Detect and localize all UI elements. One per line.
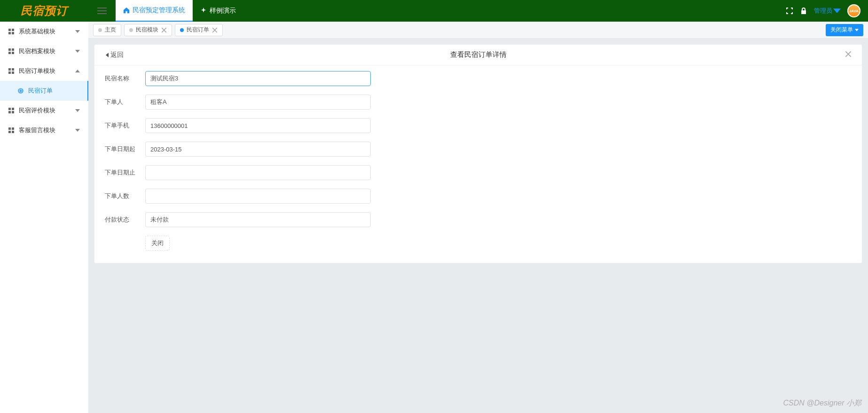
sidebar-item-system-base[interactable]: 系统基础模块 <box>0 22 88 41</box>
tab-dot-icon <box>98 28 102 32</box>
fullscreen-icon[interactable] <box>786 7 793 15</box>
tab-label: 主页 <box>105 26 116 34</box>
name-input[interactable] <box>145 71 371 86</box>
close-icon[interactable] <box>161 27 167 33</box>
tab-label: 民宿订单 <box>187 26 209 34</box>
sidebar-label: 民宿评价模块 <box>19 106 55 115</box>
tab-module[interactable]: 民宿模块 <box>124 24 172 36</box>
form-row-phone: 下单手机 <box>105 118 852 133</box>
form-row-orderer: 下单人 <box>105 95 852 110</box>
sidebar-label: 民宿档案模块 <box>19 47 55 56</box>
sidebar-item-message[interactable]: 客服留言模块 <box>0 120 88 140</box>
grid-icon <box>8 68 14 74</box>
close-icon[interactable] <box>212 27 218 33</box>
chevron-down-icon <box>75 128 80 133</box>
chevron-down-icon <box>75 49 80 54</box>
chevron-left-icon <box>105 53 109 57</box>
form-label: 下单人数 <box>105 192 145 200</box>
chevron-down-icon <box>833 7 841 15</box>
chevron-down-icon <box>75 29 80 34</box>
grid-icon <box>8 127 14 133</box>
lock-icon[interactable] <box>800 7 807 15</box>
globe-icon <box>18 88 23 94</box>
date-start-input[interactable] <box>145 142 371 157</box>
svg-rect-19 <box>12 111 14 113</box>
svg-rect-23 <box>12 131 14 133</box>
form-label: 民宿名称 <box>105 74 145 83</box>
sidebar: 系统基础模块 民宿档案模块 民宿订单模块 民宿订单 民宿评价模块 客服留言模块 <box>0 22 88 413</box>
form-row-date-start: 下单日期起 <box>105 142 852 157</box>
svg-rect-18 <box>8 111 11 113</box>
top-nav-label: 样例演示 <box>210 7 236 15</box>
phone-input[interactable] <box>145 118 371 133</box>
content: 返回 查看民宿订单详情 民宿名称 下单人 <box>94 44 862 407</box>
svg-rect-4 <box>12 29 14 31</box>
form-row-date-end: 下单日期止 <box>105 165 852 180</box>
svg-rect-10 <box>12 52 14 54</box>
back-button[interactable]: 返回 <box>105 51 124 59</box>
form-label: 下单日期起 <box>105 145 145 153</box>
close-menu-button[interactable]: 关闭菜单 <box>826 24 863 36</box>
form-label: 付款状态 <box>105 215 145 224</box>
sidebar-subitem-order[interactable]: 民宿订单 <box>0 81 88 101</box>
tab-order[interactable]: 民宿订单 <box>175 24 223 36</box>
svg-rect-14 <box>12 71 14 74</box>
hamburger-button[interactable] <box>88 0 116 22</box>
panel-title: 查看民宿订单详情 <box>450 50 507 59</box>
svg-rect-9 <box>8 52 11 54</box>
svg-rect-5 <box>8 32 11 34</box>
sparkle-icon <box>200 8 207 14</box>
top-nav-system[interactable]: 民宿预定管理系统 <box>116 0 193 22</box>
top-nav: 民宿预定管理系统 样例演示 <box>116 0 243 22</box>
top-nav-label: 民宿预定管理系统 <box>133 6 185 15</box>
chevron-down-icon <box>75 108 80 113</box>
admin-label: 管理员 <box>814 7 832 15</box>
form-label: 下单手机 <box>105 121 145 130</box>
sidebar-label: 民宿订单模块 <box>19 67 55 75</box>
close-icon <box>845 51 852 57</box>
svg-rect-3 <box>8 29 11 31</box>
sidebar-item-order[interactable]: 民宿订单模块 <box>0 61 88 81</box>
form-row-people: 下单人数 <box>105 189 852 204</box>
tab-dot-icon <box>129 28 133 32</box>
hamburger-icon <box>97 6 107 16</box>
people-input[interactable] <box>145 189 371 204</box>
grid-icon <box>8 29 14 34</box>
svg-rect-12 <box>12 68 14 71</box>
pay-status-input[interactable] <box>145 212 371 227</box>
back-label: 返回 <box>110 51 124 59</box>
top-nav-demo[interactable]: 样例演示 <box>193 0 243 22</box>
sidebar-item-archive[interactable]: 民宿档案模块 <box>0 41 88 61</box>
home-icon <box>123 7 130 14</box>
sidebar-label: 客服留言模块 <box>19 126 55 135</box>
form: 民宿名称 下单人 下单手机 下单日期起 <box>94 65 862 263</box>
svg-rect-6 <box>12 32 14 34</box>
chevron-up-icon <box>75 69 80 73</box>
avatar[interactable]: JAVA <box>847 4 860 17</box>
panel-close-button[interactable] <box>845 51 852 59</box>
sidebar-item-review[interactable]: 民宿评价模块 <box>0 101 88 120</box>
detail-panel: 返回 查看民宿订单详情 民宿名称 下单人 <box>94 44 862 263</box>
header-right: 管理员 JAVA <box>786 4 868 17</box>
admin-dropdown[interactable]: 管理员 <box>814 7 841 15</box>
close-menu-label: 关闭菜单 <box>830 26 853 34</box>
svg-rect-7 <box>8 48 11 51</box>
svg-rect-8 <box>12 48 14 51</box>
svg-rect-20 <box>8 127 11 130</box>
orderer-input[interactable] <box>145 95 371 110</box>
svg-rect-11 <box>8 68 11 71</box>
form-label: 下单人 <box>105 98 145 106</box>
header: 民宿预订 民宿预定管理系统 样例演示 管理员 JAVA <box>0 0 868 22</box>
form-row-pay: 付款状态 <box>105 212 852 227</box>
svg-rect-1 <box>97 10 107 11</box>
tabbar: 主页 民宿模块 民宿订单 关闭菜单 <box>88 22 868 39</box>
svg-rect-22 <box>8 131 11 133</box>
svg-rect-17 <box>12 108 14 110</box>
tab-home[interactable]: 主页 <box>93 24 121 36</box>
grid-icon <box>8 108 14 113</box>
date-end-input[interactable] <box>145 165 371 180</box>
grid-icon <box>8 48 14 54</box>
svg-rect-21 <box>12 127 14 130</box>
close-button[interactable]: 关闭 <box>145 236 170 251</box>
sidebar-label: 系统基础模块 <box>19 27 55 36</box>
